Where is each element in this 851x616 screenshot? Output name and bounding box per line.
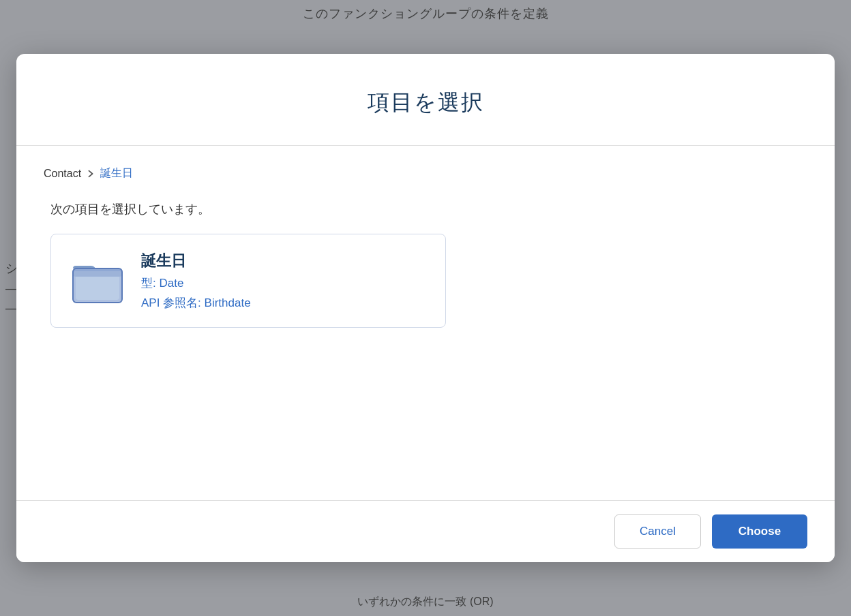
- dialog-header: 項目を選択: [16, 54, 835, 146]
- item-card: 誕生日 型: Date API 参照名: Birthdate: [50, 234, 446, 328]
- item-icon: [70, 253, 125, 308]
- breadcrumb: Contact 誕生日: [44, 166, 807, 181]
- folder-icon: [70, 253, 125, 308]
- breadcrumb-separator: [87, 170, 95, 178]
- item-name: 誕生日: [141, 251, 251, 271]
- dialog-title: 項目を選択: [44, 88, 807, 118]
- breadcrumb-root[interactable]: Contact: [44, 168, 81, 180]
- dialog-footer: Cancel Choose: [16, 500, 835, 562]
- cancel-button[interactable]: Cancel: [614, 514, 701, 549]
- item-details: 誕生日 型: Date API 参照名: Birthdate: [141, 251, 251, 311]
- item-api: API 参照名: Birthdate: [141, 295, 251, 311]
- svg-rect-3: [73, 271, 122, 277]
- svg-rect-2: [76, 274, 119, 300]
- choose-button[interactable]: Choose: [712, 514, 807, 549]
- dialog-body: Contact 誕生日 次の項目を選択しています。: [16, 146, 835, 500]
- item-type: 型: Date: [141, 275, 251, 291]
- breadcrumb-current[interactable]: 誕生日: [100, 166, 133, 181]
- selection-description: 次の項目を選択しています。: [50, 201, 807, 217]
- dialog: 項目を選択 Contact 誕生日 次の項目を選択しています。: [16, 54, 835, 562]
